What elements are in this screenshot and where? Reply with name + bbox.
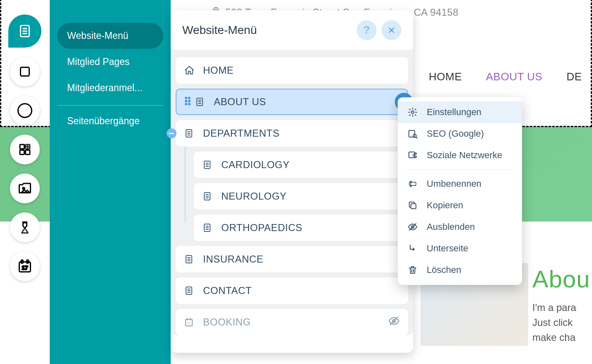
preview-heading: Abou xyxy=(532,265,590,293)
sidebar-panel: Website-Menü Mitglied Pages Mitgliederan… xyxy=(50,0,171,364)
svg-point-22 xyxy=(185,97,187,99)
ctx-delete[interactable]: Löschen xyxy=(398,259,522,281)
page-icon xyxy=(184,128,196,138)
ctx-label: Einstellungen xyxy=(427,107,481,118)
sidebar-item-label: Mitglied Pages xyxy=(67,56,130,67)
page-row-contact[interactable]: CONTACT xyxy=(176,277,408,304)
preview-nav-dept[interactable]: DE xyxy=(566,70,582,83)
page-icon xyxy=(184,254,196,264)
svg-rect-75 xyxy=(411,204,416,209)
svg-point-23 xyxy=(188,97,190,99)
svg-rect-66 xyxy=(409,130,415,137)
page-row-cardiology[interactable]: CARDIOLOGY xyxy=(194,152,408,178)
tool-apps-button[interactable] xyxy=(10,135,40,164)
page-label: CONTACT xyxy=(203,285,400,297)
preview-content: Abou I'm a para Just click make cha xyxy=(532,265,590,345)
pages-panel: Website-Menü ? HOME ABOUT US − DEPARTMEN… xyxy=(171,10,413,353)
sidebar-divider xyxy=(57,105,163,106)
page-icon xyxy=(202,160,214,170)
ctx-label: Unterseite xyxy=(427,243,468,254)
svg-rect-74 xyxy=(409,182,416,186)
page-label: DEPARTMENTS xyxy=(203,128,400,139)
svg-rect-10 xyxy=(26,150,30,155)
preview-nav-home[interactable]: HOME xyxy=(429,70,462,83)
gear-icon xyxy=(408,107,420,117)
preview-paragraph: I'm a para Just click make cha xyxy=(532,300,590,345)
svg-rect-5 xyxy=(21,67,29,76)
collapse-button[interactable]: − xyxy=(167,128,176,138)
ctx-label: Ausblenden xyxy=(427,222,475,232)
rename-icon xyxy=(408,179,420,189)
sidebar-item-member-signup[interactable]: Mitgliederanmel... xyxy=(57,75,163,101)
tool-background-button[interactable] xyxy=(10,57,40,87)
svg-rect-69 xyxy=(409,152,415,158)
ctx-settings[interactable]: Einstellungen xyxy=(398,101,522,123)
svg-line-68 xyxy=(416,137,417,138)
svg-text:17: 17 xyxy=(22,265,28,271)
svg-point-25 xyxy=(188,100,190,102)
seo-icon xyxy=(408,129,420,139)
drag-handle-icon[interactable] xyxy=(185,96,192,108)
sidebar-item-page-transitions[interactable]: Seitenübergänge xyxy=(57,108,163,134)
tool-media-button[interactable] xyxy=(10,174,40,203)
page-label: INSURANCE xyxy=(203,253,400,265)
context-menu: Einstellungen SEO (Google) Soziale Netzw… xyxy=(398,97,522,285)
ctx-social[interactable]: Soziale Netzwerke xyxy=(398,145,522,166)
pages-panel-title: Website-Menü xyxy=(182,24,352,37)
page-row-departments[interactable]: − DEPARTMENTS xyxy=(176,120,408,147)
preview-nav: HOME ABOUT US DE xyxy=(429,70,582,83)
sidebar-item-website-menu[interactable]: Website-Menü xyxy=(57,23,163,49)
help-button[interactable]: ? xyxy=(357,20,377,40)
trash-icon xyxy=(408,265,420,275)
sidebar-item-label: Mitgliederanmel... xyxy=(67,82,143,93)
svg-point-27 xyxy=(188,104,190,105)
tool-blog-button[interactable] xyxy=(10,212,40,242)
page-icon xyxy=(195,97,206,107)
tool-rail: 17 xyxy=(0,14,50,281)
ctx-label: Soziale Netzwerke xyxy=(427,150,502,161)
hide-icon xyxy=(408,222,420,232)
sidebar-item-label: Seitenübergänge xyxy=(67,116,140,126)
ctx-label: SEO (Google) xyxy=(427,128,484,139)
ctx-divider xyxy=(406,169,514,170)
svg-rect-9 xyxy=(20,145,24,149)
ctx-label: Umbenennen xyxy=(427,178,481,189)
page-label: NEUROLOGY xyxy=(221,190,400,202)
preview-nav-about[interactable]: ABOUT US xyxy=(486,70,542,83)
page-label: BOOKING xyxy=(203,316,388,328)
calendar-icon: 17 xyxy=(184,317,196,327)
svg-rect-11 xyxy=(20,150,24,155)
ctx-subpage[interactable]: Unterseite xyxy=(398,238,522,259)
page-icon xyxy=(184,286,196,296)
copy-icon xyxy=(408,200,420,210)
page-row-booking[interactable]: 17 BOOKING xyxy=(176,309,408,335)
sidebar-item-label: Website-Menü xyxy=(67,30,128,41)
page-row-neurology[interactable]: NEUROLOGY xyxy=(194,183,408,210)
ctx-seo[interactable]: SEO (Google) xyxy=(398,123,522,145)
svg-point-26 xyxy=(185,104,187,105)
ctx-label: Löschen xyxy=(427,265,461,275)
ctx-rename[interactable]: Umbenennen xyxy=(398,173,522,195)
home-icon xyxy=(184,65,196,76)
close-button[interactable] xyxy=(382,20,401,40)
tool-add-button[interactable] xyxy=(10,96,40,125)
sidebar-item-member-pages[interactable]: Mitglied Pages xyxy=(57,49,163,75)
svg-point-24 xyxy=(185,100,187,102)
ctx-hide[interactable]: Ausblenden xyxy=(398,216,522,238)
svg-point-65 xyxy=(411,111,414,113)
tool-bookings-button[interactable]: 17 xyxy=(10,251,40,281)
ctx-copy[interactable]: Kopieren xyxy=(398,195,522,216)
page-label: ORTHOPAEDICS xyxy=(221,222,400,234)
page-row-orthopaedics[interactable]: ORTHOPAEDICS xyxy=(194,215,408,241)
page-row-insurance[interactable]: INSURANCE xyxy=(176,246,408,272)
page-label: ABOUT US xyxy=(214,96,399,108)
page-row-home[interactable]: HOME xyxy=(176,57,408,84)
page-row-about[interactable]: ABOUT US xyxy=(176,89,408,115)
departments-children: CARDIOLOGY NEUROLOGY ORTHOPAEDICS xyxy=(194,152,408,241)
hidden-eye-icon xyxy=(388,315,400,329)
tool-pages-button[interactable] xyxy=(8,14,41,48)
share-icon xyxy=(408,150,420,160)
subpage-icon xyxy=(408,243,420,253)
pages-panel-header: Website-Menü ? xyxy=(171,10,413,50)
page-icon xyxy=(202,191,214,201)
